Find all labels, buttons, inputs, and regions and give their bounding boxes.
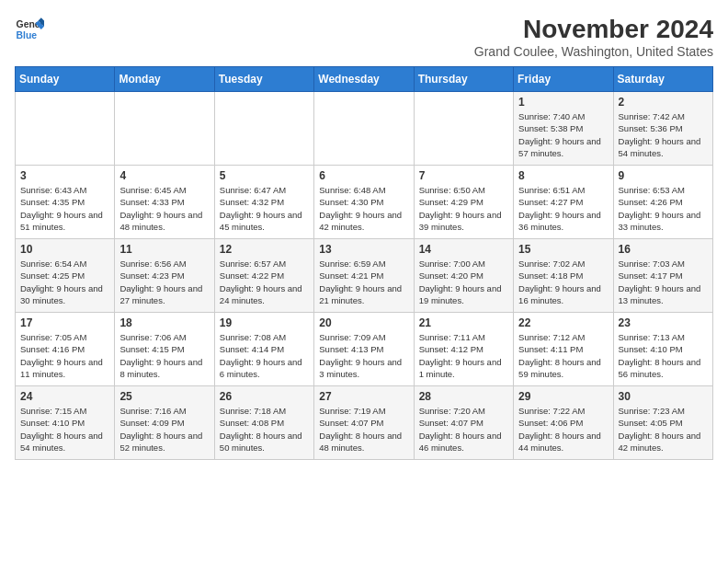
day-number: 21 <box>419 316 508 329</box>
day-info: Sunrise: 7:22 AM Sunset: 4:06 PM Dayligh… <box>518 405 608 454</box>
table-row <box>314 92 414 166</box>
day-info: Sunrise: 7:09 AM Sunset: 4:13 PM Dayligh… <box>319 331 408 380</box>
day-info: Sunrise: 6:48 AM Sunset: 4:30 PM Dayligh… <box>319 184 408 233</box>
svg-text:Blue: Blue <box>17 30 38 40</box>
calendar-week-row: 3Sunrise: 6:43 AM Sunset: 4:35 PM Daylig… <box>16 166 713 239</box>
day-info: Sunrise: 7:16 AM Sunset: 4:09 PM Dayligh… <box>119 405 209 454</box>
table-row: 12Sunrise: 6:57 AM Sunset: 4:22 PM Dayli… <box>214 239 313 313</box>
day-number: 10 <box>20 243 109 256</box>
table-row: 2Sunrise: 7:42 AM Sunset: 5:36 PM Daylig… <box>613 92 712 166</box>
day-number: 29 <box>518 390 608 403</box>
day-number: 3 <box>20 169 109 182</box>
logo: General Blue <box>15 15 44 44</box>
day-number: 4 <box>119 169 209 182</box>
table-row: 11Sunrise: 6:56 AM Sunset: 4:23 PM Dayli… <box>115 239 214 313</box>
day-number: 19 <box>220 316 309 329</box>
day-number: 24 <box>20 390 109 403</box>
table-row: 1Sunrise: 7:40 AM Sunset: 5:38 PM Daylig… <box>514 92 613 166</box>
day-info: Sunrise: 7:23 AM Sunset: 4:05 PM Dayligh… <box>619 405 708 454</box>
day-number: 7 <box>419 169 508 182</box>
table-row: 19Sunrise: 7:08 AM Sunset: 4:14 PM Dayli… <box>214 313 313 386</box>
day-info: Sunrise: 7:05 AM Sunset: 4:16 PM Dayligh… <box>20 331 109 380</box>
table-row: 14Sunrise: 7:00 AM Sunset: 4:20 PM Dayli… <box>414 239 513 313</box>
table-row <box>115 92 214 166</box>
day-number: 18 <box>119 316 209 329</box>
day-info: Sunrise: 6:43 AM Sunset: 4:35 PM Dayligh… <box>20 184 109 233</box>
table-row: 30Sunrise: 7:23 AM Sunset: 4:05 PM Dayli… <box>613 386 712 460</box>
day-info: Sunrise: 7:15 AM Sunset: 4:10 PM Dayligh… <box>20 405 109 454</box>
table-row: 9Sunrise: 6:53 AM Sunset: 4:26 PM Daylig… <box>613 166 712 239</box>
day-number: 22 <box>518 316 608 329</box>
table-row: 16Sunrise: 7:03 AM Sunset: 4:17 PM Dayli… <box>613 239 712 313</box>
table-row: 15Sunrise: 7:02 AM Sunset: 4:18 PM Dayli… <box>514 239 613 313</box>
table-row: 4Sunrise: 6:45 AM Sunset: 4:33 PM Daylig… <box>115 166 214 239</box>
day-number: 1 <box>518 96 608 109</box>
day-info: Sunrise: 6:45 AM Sunset: 4:33 PM Dayligh… <box>119 184 209 233</box>
table-row: 17Sunrise: 7:05 AM Sunset: 4:16 PM Dayli… <box>16 313 115 386</box>
header-friday: Friday <box>514 67 613 92</box>
day-info: Sunrise: 7:11 AM Sunset: 4:12 PM Dayligh… <box>419 331 508 380</box>
table-row: 24Sunrise: 7:15 AM Sunset: 4:10 PM Dayli… <box>16 386 115 460</box>
day-number: 9 <box>619 169 708 182</box>
table-row: 26Sunrise: 7:18 AM Sunset: 4:08 PM Dayli… <box>214 386 313 460</box>
day-info: Sunrise: 7:20 AM Sunset: 4:07 PM Dayligh… <box>419 405 508 454</box>
day-number: 16 <box>619 243 708 256</box>
header-saturday: Saturday <box>613 67 712 92</box>
table-row: 7Sunrise: 6:50 AM Sunset: 4:29 PM Daylig… <box>414 166 513 239</box>
day-number: 2 <box>619 96 708 109</box>
logo-icon: General Blue <box>15 15 44 44</box>
table-row: 10Sunrise: 6:54 AM Sunset: 4:25 PM Dayli… <box>16 239 115 313</box>
table-row: 22Sunrise: 7:12 AM Sunset: 4:11 PM Dayli… <box>514 313 613 386</box>
day-number: 6 <box>319 169 408 182</box>
table-row: 23Sunrise: 7:13 AM Sunset: 4:10 PM Dayli… <box>613 313 712 386</box>
header: General Blue November 2024 Grand Coulee,… <box>15 15 713 59</box>
table-row: 27Sunrise: 7:19 AM Sunset: 4:07 PM Dayli… <box>314 386 414 460</box>
calendar-week-row: 24Sunrise: 7:15 AM Sunset: 4:10 PM Dayli… <box>16 386 713 460</box>
day-number: 26 <box>220 390 309 403</box>
calendar-table: Sunday Monday Tuesday Wednesday Thursday… <box>15 66 713 460</box>
table-row <box>214 92 313 166</box>
calendar-header-row: Sunday Monday Tuesday Wednesday Thursday… <box>16 67 713 92</box>
table-row: 3Sunrise: 6:43 AM Sunset: 4:35 PM Daylig… <box>16 166 115 239</box>
month-year-title: November 2024 <box>474 15 713 44</box>
day-number: 27 <box>319 390 408 403</box>
day-info: Sunrise: 7:12 AM Sunset: 4:11 PM Dayligh… <box>518 331 608 380</box>
table-row <box>414 92 513 166</box>
day-number: 12 <box>220 243 309 256</box>
day-number: 5 <box>220 169 309 182</box>
day-number: 17 <box>20 316 109 329</box>
table-row: 21Sunrise: 7:11 AM Sunset: 4:12 PM Dayli… <box>414 313 513 386</box>
table-row: 18Sunrise: 7:06 AM Sunset: 4:15 PM Dayli… <box>115 313 214 386</box>
header-wednesday: Wednesday <box>314 67 414 92</box>
calendar-week-row: 17Sunrise: 7:05 AM Sunset: 4:16 PM Dayli… <box>16 313 713 386</box>
calendar-week-row: 1Sunrise: 7:40 AM Sunset: 5:38 PM Daylig… <box>16 92 713 166</box>
day-info: Sunrise: 6:50 AM Sunset: 4:29 PM Dayligh… <box>419 184 508 233</box>
table-row: 8Sunrise: 6:51 AM Sunset: 4:27 PM Daylig… <box>514 166 613 239</box>
day-number: 28 <box>419 390 508 403</box>
day-number: 25 <box>119 390 209 403</box>
day-info: Sunrise: 7:02 AM Sunset: 4:18 PM Dayligh… <box>518 258 608 306</box>
day-info: Sunrise: 7:03 AM Sunset: 4:17 PM Dayligh… <box>619 258 708 306</box>
day-info: Sunrise: 7:40 AM Sunset: 5:38 PM Dayligh… <box>518 110 608 159</box>
day-info: Sunrise: 6:54 AM Sunset: 4:25 PM Dayligh… <box>20 258 109 306</box>
day-info: Sunrise: 6:56 AM Sunset: 4:23 PM Dayligh… <box>119 258 209 306</box>
day-info: Sunrise: 7:13 AM Sunset: 4:10 PM Dayligh… <box>619 331 708 380</box>
day-info: Sunrise: 6:47 AM Sunset: 4:32 PM Dayligh… <box>220 184 309 233</box>
day-info: Sunrise: 7:19 AM Sunset: 4:07 PM Dayligh… <box>319 405 408 454</box>
day-info: Sunrise: 7:42 AM Sunset: 5:36 PM Dayligh… <box>619 110 708 159</box>
day-info: Sunrise: 6:53 AM Sunset: 4:26 PM Dayligh… <box>619 184 708 233</box>
header-thursday: Thursday <box>414 67 513 92</box>
table-row: 20Sunrise: 7:09 AM Sunset: 4:13 PM Dayli… <box>314 313 414 386</box>
day-number: 20 <box>319 316 408 329</box>
day-info: Sunrise: 7:00 AM Sunset: 4:20 PM Dayligh… <box>419 258 508 306</box>
day-number: 30 <box>619 390 708 403</box>
title-area: November 2024 Grand Coulee, Washington, … <box>474 15 713 59</box>
table-row: 6Sunrise: 6:48 AM Sunset: 4:30 PM Daylig… <box>314 166 414 239</box>
day-info: Sunrise: 7:08 AM Sunset: 4:14 PM Dayligh… <box>220 331 309 380</box>
header-tuesday: Tuesday <box>214 67 313 92</box>
day-number: 14 <box>419 243 508 256</box>
day-info: Sunrise: 6:51 AM Sunset: 4:27 PM Dayligh… <box>518 184 608 233</box>
table-row: 25Sunrise: 7:16 AM Sunset: 4:09 PM Dayli… <box>115 386 214 460</box>
day-info: Sunrise: 6:59 AM Sunset: 4:21 PM Dayligh… <box>319 258 408 306</box>
day-info: Sunrise: 7:18 AM Sunset: 4:08 PM Dayligh… <box>220 405 309 454</box>
